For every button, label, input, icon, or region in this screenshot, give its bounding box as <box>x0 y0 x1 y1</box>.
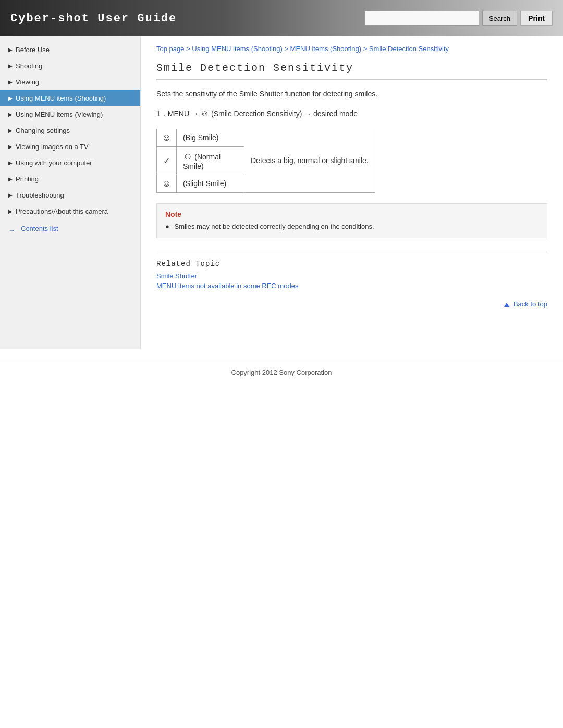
related-topic-section: Related Topic Smile ShutterMENU items no… <box>156 260 547 290</box>
breadcrumb-item-0[interactable]: Top page <box>156 45 185 53</box>
breadcrumb-item-1[interactable]: Using MENU items (Shooting) <box>192 45 282 53</box>
sidebar-arrow: ▶ <box>8 47 13 53</box>
arrow-right-icon <box>8 226 19 231</box>
back-to-top[interactable]: Back to top <box>156 300 547 308</box>
back-to-top-link[interactable]: Back to top <box>504 300 547 308</box>
sidebar-arrow: ▶ <box>8 79 13 85</box>
breadcrumb-item-2[interactable]: MENU items (Shooting) <box>290 45 362 53</box>
header-controls: Search Print <box>364 11 553 26</box>
sidebar-arrow: ▶ <box>8 63 13 69</box>
sidebar-item-3[interactable]: ▶Using MENU items (Shooting) <box>0 90 140 106</box>
related-link-1[interactable]: MENU items not available in some REC mod… <box>156 282 547 290</box>
step-detail: (Smile Detection Sensitivity) → desired … <box>211 109 358 118</box>
breadcrumb-item-3[interactable]: Smile Detection Sensitivity <box>369 45 449 53</box>
sidebar-arrow: ▶ <box>8 208 13 214</box>
sidebar-arrow: ▶ <box>8 176 13 182</box>
table-cell-check: ✓ <box>157 146 177 175</box>
sidebar-arrow: ▶ <box>8 112 13 117</box>
breadcrumb-separator: > <box>185 45 192 53</box>
step-number: 1．MENU → <box>156 109 199 118</box>
page-title: Smile Detection Sensitivity <box>156 62 547 80</box>
back-to-top-label: Back to top <box>513 300 547 308</box>
sidebar-item-1[interactable]: ▶Shooting <box>0 58 140 74</box>
step-text: 1．MENU → ☺ (Smile Detection Sensitivity)… <box>156 107 547 120</box>
triangle-up-icon <box>504 303 509 307</box>
sidebar-arrow: ▶ <box>8 128 13 133</box>
footer: Copyright 2012 Sony Corporation <box>0 360 563 389</box>
related-link-0[interactable]: Smile Shutter <box>156 272 547 280</box>
sidebar-item-0[interactable]: ▶Before Use <box>0 42 140 58</box>
table-cell-icon: ☺ <box>157 129 177 146</box>
breadcrumb-separator: > <box>283 45 290 53</box>
note-box: Note ● Smiles may not be detected correc… <box>156 203 547 239</box>
smile-icon-inline: ☺ <box>201 109 209 118</box>
header: Cyber-shot User Guide Search Print <box>0 0 563 36</box>
sidebar-item-4[interactable]: ▶Using MENU items (Viewing) <box>0 106 140 122</box>
breadcrumb-separator: > <box>361 45 369 53</box>
sidebar: ▶Before Use▶Shooting▶Viewing▶Using MENU … <box>0 36 141 349</box>
bullet-icon: ● <box>165 223 169 230</box>
sidebar-label: Using MENU items (Shooting) <box>16 94 106 102</box>
smile-table: ☺ (Big Smile) Detects a big, normal or s… <box>156 129 375 193</box>
main-layout: ▶Before Use▶Shooting▶Viewing▶Using MENU … <box>0 36 563 349</box>
contents-list-label: Contents list <box>21 225 58 232</box>
sidebar-arrow: ▶ <box>8 144 13 150</box>
sidebar-label: Before Use <box>16 46 50 54</box>
table-cell-label: (Slight Smile) <box>177 175 244 192</box>
table-cell-icon: ☺ <box>157 175 177 192</box>
content-area: Top page > Using MENU items (Shooting) >… <box>141 36 563 349</box>
sidebar-item-8[interactable]: ▶Printing <box>0 171 140 187</box>
related-topic-title: Related Topic <box>156 260 547 268</box>
table-cell-desc: Detects a big, normal or slight smile. <box>244 129 375 192</box>
divider <box>156 251 547 251</box>
sidebar-label: Changing settings <box>16 127 70 134</box>
app-title: Cyber-shot User Guide <box>10 12 177 25</box>
table-row: ☺ (Big Smile) Detects a big, normal or s… <box>157 129 375 146</box>
sidebar-arrow: ▶ <box>8 192 13 198</box>
sidebar-label: Shooting <box>16 62 42 70</box>
sidebar-label: Viewing <box>16 78 39 86</box>
sidebar-item-6[interactable]: ▶Viewing images on a TV <box>0 139 140 155</box>
page-description: Sets the sensitivity of the Smile Shutte… <box>156 89 547 100</box>
sidebar-label: Printing <box>16 175 39 183</box>
search-button[interactable]: Search <box>482 11 517 26</box>
sidebar-arrow: ▶ <box>8 160 13 166</box>
contents-list-link[interactable]: Contents list <box>0 219 140 238</box>
note-title: Note <box>165 210 538 218</box>
sidebar-item-5[interactable]: ▶Changing settings <box>0 122 140 139</box>
search-input[interactable] <box>364 11 479 26</box>
related-links: Smile ShutterMENU items not available in… <box>156 272 547 290</box>
sidebar-label: Viewing images on a TV <box>16 143 89 151</box>
sidebar-item-2[interactable]: ▶Viewing <box>0 74 140 90</box>
sidebar-item-7[interactable]: ▶Using with your computer <box>0 155 140 171</box>
breadcrumb: Top page > Using MENU items (Shooting) >… <box>156 45 547 53</box>
table-cell-label: (Big Smile) <box>177 129 244 146</box>
sidebar-label: Precautions/About this camera <box>16 207 108 215</box>
sidebar-item-9[interactable]: ▶Troubleshooting <box>0 187 140 203</box>
copyright-text: Copyright 2012 Sony Corporation <box>231 368 332 376</box>
sidebar-label: Using with your computer <box>16 159 92 167</box>
sidebar-item-10[interactable]: ▶Precautions/About this camera <box>0 203 140 219</box>
table-cell-label: ☺ (Normal Smile) <box>177 146 244 175</box>
note-body: Smiles may not be detected correctly dep… <box>174 223 374 230</box>
note-text: ● Smiles may not be detected correctly d… <box>165 221 538 232</box>
print-button[interactable]: Print <box>520 11 553 26</box>
sidebar-label: Using MENU items (Viewing) <box>16 110 103 118</box>
sidebar-arrow: ▶ <box>8 95 13 101</box>
sidebar-label: Troubleshooting <box>16 191 64 199</box>
